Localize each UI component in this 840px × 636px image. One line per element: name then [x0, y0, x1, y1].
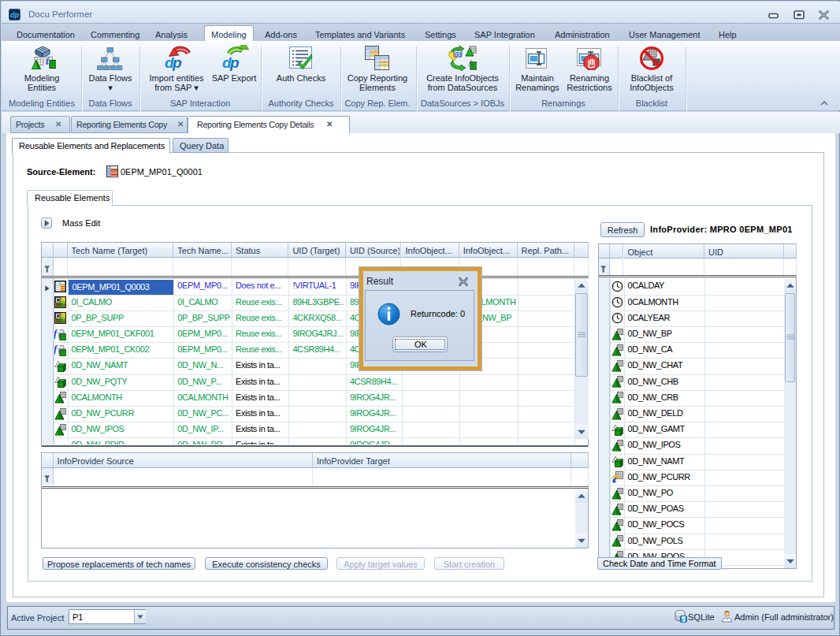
svg-text:f: f: [54, 344, 58, 355]
svg-text:dp: dp: [10, 11, 19, 19]
svg-text:p: p: [229, 54, 239, 71]
svg-text:f: f: [54, 329, 58, 339]
svg-text:?: ?: [60, 315, 65, 324]
svg-text:(0): (0): [455, 51, 462, 58]
svg-text:p: p: [172, 54, 181, 71]
svg-text:?: ?: [60, 299, 65, 308]
